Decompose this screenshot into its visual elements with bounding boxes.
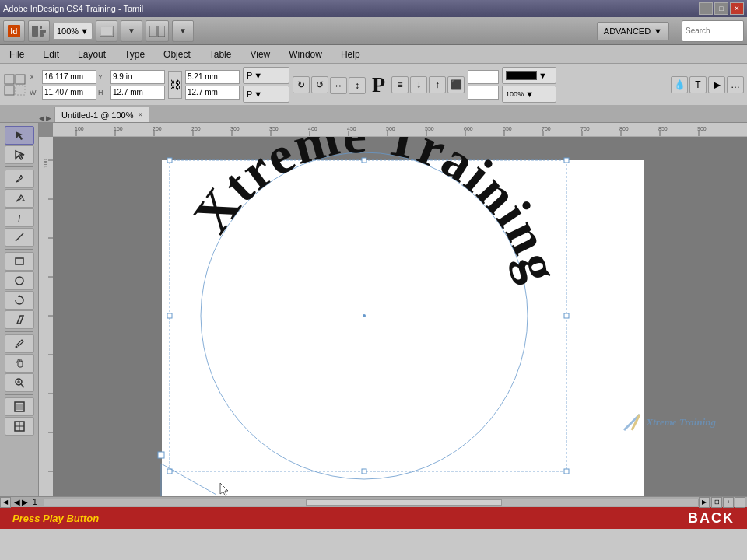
type-tool[interactable]: T xyxy=(5,208,34,227)
menu-type[interactable]: Type xyxy=(121,47,148,61)
properties-bar: X Y W H ⛓ P▼ xyxy=(0,64,747,106)
x-icon: X xyxy=(30,72,40,82)
opacity-dropdown[interactable]: 100% ▼ xyxy=(502,86,556,103)
scroll-left-btn[interactable]: ◀ xyxy=(0,497,11,508)
rectangle-tool[interactable] xyxy=(5,252,34,271)
selection-tool[interactable] xyxy=(5,126,34,145)
y2-input[interactable] xyxy=(185,86,240,100)
distribute-btn[interactable]: ⬛ xyxy=(447,76,465,93)
view-mode-btn[interactable] xyxy=(96,20,117,42)
canvas-area[interactable]: 100 150 200 250 300 350 400 450 500 550 xyxy=(39,123,747,496)
ruler-left-svg: 100 xyxy=(39,137,53,496)
text-align-btn[interactable]: ≡ xyxy=(391,76,409,93)
zoom-dropdown[interactable]: 100% ▼ xyxy=(53,23,93,40)
minimize-button[interactable]: _ xyxy=(699,2,713,15)
svg-rect-86 xyxy=(564,469,569,474)
menu-edit[interactable]: Edit xyxy=(40,47,62,61)
hand-tool[interactable] xyxy=(5,354,34,373)
tool-separator-4 xyxy=(5,394,33,395)
svg-text:100: 100 xyxy=(75,126,84,131)
flip-v-btn[interactable]: ↕ xyxy=(349,77,366,94)
cols-input[interactable] xyxy=(468,70,499,84)
svg-rect-18 xyxy=(16,258,23,264)
color-swatch xyxy=(506,71,537,80)
search-input[interactable] xyxy=(686,26,740,35)
app-icon-1[interactable]: Id xyxy=(3,20,25,42)
rotate-ccw-btn[interactable]: ↺ xyxy=(311,76,328,93)
svg-text:+: + xyxy=(22,197,25,204)
transform-group xyxy=(3,73,26,96)
frame-grid-tool[interactable] xyxy=(5,417,34,436)
props-dropdown2[interactable]: P▼ xyxy=(243,86,289,103)
color-dropdown[interactable]: ▼ xyxy=(502,67,556,84)
view-mode-tool[interactable] xyxy=(5,397,34,416)
advanced-dropdown[interactable]: ADVANCED ▼ xyxy=(597,22,669,40)
preview-btn[interactable]: ▶ xyxy=(708,76,725,93)
format-btn[interactable]: T xyxy=(689,76,707,93)
svg-text:550: 550 xyxy=(425,126,434,131)
tab-arrows: ◀ ▶ xyxy=(39,114,51,122)
add-anchor-tool[interactable]: + xyxy=(5,189,34,208)
eyedropper-btn[interactable]: 💧 xyxy=(671,76,688,93)
props-dropdown1[interactable]: P▼ xyxy=(243,67,289,84)
constrain-proportions-btn[interactable]: ⛓ xyxy=(168,71,182,99)
document-tab[interactable]: Untitled-1 @ 100% × xyxy=(54,107,149,122)
scroll-right-btn[interactable]: ▶ xyxy=(699,497,710,508)
zoom-out-btn[interactable]: − xyxy=(735,497,745,508)
svg-rect-28 xyxy=(16,404,23,410)
eyedropper-tool[interactable] xyxy=(5,334,34,353)
frame-dropdown[interactable]: ▼ xyxy=(172,20,194,42)
opacity-label: 100% xyxy=(506,90,524,98)
svg-text:600: 600 xyxy=(464,126,473,131)
more-btn[interactable]: … xyxy=(727,76,744,93)
tab-bar: ◀ ▶ Untitled-1 @ 100% × xyxy=(0,106,747,123)
frame-btn[interactable] xyxy=(146,20,169,42)
tab-close-btn[interactable]: × xyxy=(139,110,143,119)
maximize-button[interactable]: □ xyxy=(714,2,728,15)
menu-file[interactable]: File xyxy=(6,47,27,61)
h-input[interactable] xyxy=(110,86,165,100)
zoom-in-btn[interactable]: + xyxy=(723,497,734,508)
menu-object[interactable]: Object xyxy=(160,47,194,61)
rotate-tool[interactable] xyxy=(5,291,34,310)
menu-table[interactable]: Table xyxy=(206,47,235,61)
y-input[interactable] xyxy=(110,70,165,84)
direct-selection-tool[interactable] xyxy=(5,145,34,164)
shear-tool[interactable] xyxy=(5,310,34,329)
horizontal-scroll-track[interactable] xyxy=(44,499,699,506)
x-input[interactable] xyxy=(42,70,96,84)
ellipse-tool[interactable] xyxy=(5,271,34,290)
title-bar: Adobe InDesign CS4 Training - Tamil _ □ … xyxy=(0,0,747,17)
fit-page-btn[interactable]: ⊡ xyxy=(711,497,722,508)
window-title: Adobe InDesign CS4 Training - Tamil xyxy=(3,4,143,13)
rotate-cw-btn[interactable]: ↻ xyxy=(293,76,310,93)
rows-input[interactable] xyxy=(468,86,499,100)
count-group xyxy=(468,70,499,100)
horizontal-scroll-thumb[interactable] xyxy=(306,499,502,506)
pen-tool[interactable] xyxy=(5,170,34,188)
menu-layout[interactable]: Layout xyxy=(75,47,109,61)
x2-input[interactable] xyxy=(185,70,240,84)
menu-view[interactable]: View xyxy=(247,47,273,61)
svg-rect-84 xyxy=(167,469,172,474)
svg-rect-81 xyxy=(564,158,569,163)
svg-rect-2 xyxy=(32,26,38,37)
press-play-message: Press Play Button xyxy=(12,513,99,524)
menu-window[interactable]: Window xyxy=(286,47,325,61)
svg-rect-90 xyxy=(158,452,164,458)
zoom-tool[interactable] xyxy=(5,373,34,392)
line-tool[interactable] xyxy=(5,228,34,247)
w-input[interactable] xyxy=(42,86,96,100)
close-button[interactable]: ✕ xyxy=(730,2,744,15)
menu-help[interactable]: Help xyxy=(338,47,363,61)
status-bar: Press Play Button BACK xyxy=(0,507,747,529)
back-button[interactable]: BACK xyxy=(688,510,735,527)
search-btn[interactable] xyxy=(682,20,744,42)
outdent-btn[interactable]: ↑ xyxy=(429,76,446,93)
layout-view-btn[interactable] xyxy=(28,20,50,42)
indent-btn[interactable]: ↓ xyxy=(410,76,427,93)
flip-h-btn[interactable]: ↔ xyxy=(330,77,347,94)
w-icon: W xyxy=(30,87,40,98)
svg-rect-10 xyxy=(5,75,14,84)
view-mode-btn2[interactable]: ▼ xyxy=(121,20,142,42)
